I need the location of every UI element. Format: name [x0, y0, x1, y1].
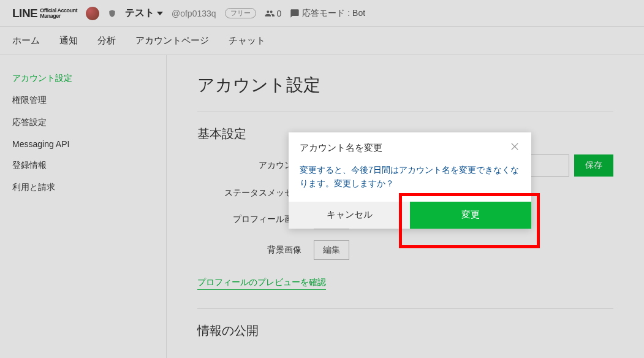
modal-body: 変更すると、今後7日間はアカウント名を変更できなくなります。変更しますか？: [289, 159, 531, 202]
modal-close-button[interactable]: [509, 141, 520, 154]
modal-footer: キャンセル 変更: [289, 202, 531, 229]
confirm-change-button[interactable]: 変更: [410, 202, 531, 229]
modal-header: アカウント名を変更: [289, 132, 531, 159]
modal-title: アカウント名を変更: [300, 142, 382, 154]
cancel-button[interactable]: キャンセル: [289, 202, 410, 229]
change-name-modal: アカウント名を変更 変更すると、今後7日間はアカウント名を変更できなくなります。…: [289, 132, 531, 229]
close-icon: [509, 141, 520, 152]
